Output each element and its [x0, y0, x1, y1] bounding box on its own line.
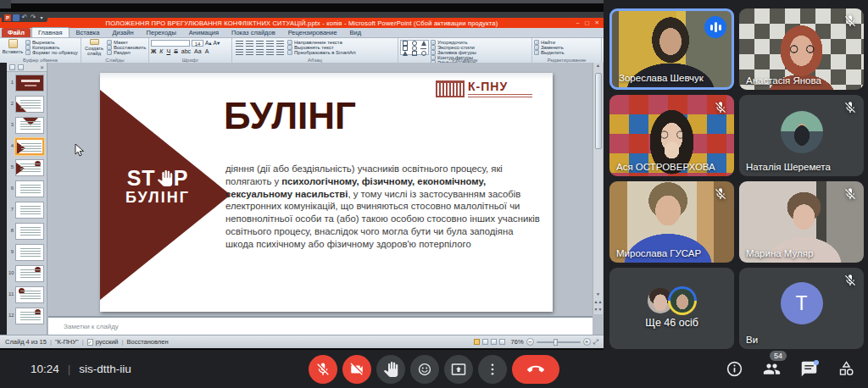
qat-dropdown-icon[interactable]: ▾	[38, 14, 45, 21]
slide-thumbnail-11[interactable]	[15, 286, 44, 303]
font-style-icon[interactable]: Ч	[166, 48, 170, 54]
participant-tile[interactable]: TВи	[739, 268, 864, 349]
outline-tab-icon[interactable]	[18, 64, 24, 70]
list-format-icon[interactable]	[256, 41, 264, 47]
scroll-down-icon[interactable]: ▼	[596, 291, 600, 297]
zoom-slider-thumb[interactable]	[554, 339, 558, 346]
zoom-slider[interactable]	[537, 341, 581, 343]
participant-tile[interactable]: Анастасія Янова	[739, 8, 864, 90]
font-size-box[interactable]: 14	[192, 40, 203, 47]
participant-tile[interactable]: Ася ОСТРОВЕРХОВА	[609, 95, 734, 176]
participant-tile[interactable]: Наталія Шеремета	[739, 95, 864, 176]
shape-icon[interactable]	[421, 51, 426, 56]
restore-icon[interactable]: ▢	[584, 19, 589, 26]
slide-thumbnail-3[interactable]	[15, 117, 44, 134]
list-format-icon[interactable]	[276, 49, 284, 55]
zoom-out-icon[interactable]: −	[526, 338, 534, 346]
font-style-icon[interactable]: А	[205, 48, 209, 54]
list-format-icon[interactable]	[276, 41, 284, 47]
small-button-Преобразовать в SmartArt[interactable]: Преобразовать в SmartArt	[287, 50, 356, 55]
zoom-in-icon[interactable]: +	[583, 338, 591, 346]
participant-tile[interactable]: Зореслава Шевчук	[609, 8, 734, 90]
slide-thumbnail-1[interactable]	[15, 75, 44, 91]
status-zoom-cluster[interactable]: 76% − + ⤢	[474, 338, 598, 346]
end-call-button[interactable]	[512, 355, 559, 384]
small-button-Формат по образцу[interactable]: Формат по образцу	[25, 50, 78, 55]
ribbon-tab-вставка[interactable]: Вставка	[70, 28, 106, 37]
present-button[interactable]	[444, 355, 473, 384]
redo-icon[interactable]: ↷	[30, 14, 36, 21]
scrollbar-thumb[interactable]	[595, 73, 602, 149]
slide-thumbnail-5[interactable]	[15, 159, 44, 176]
ribbon-tab-показ слайдов[interactable]: Показ слайдов	[225, 28, 281, 37]
slideshow-icon[interactable]	[499, 339, 505, 345]
close-panel-icon[interactable]: ✕	[40, 64, 44, 70]
participant-tile[interactable]: Ще 46 осіб	[609, 268, 734, 349]
list-format-icon[interactable]	[266, 41, 274, 47]
font-size-step-icon[interactable]: A▾	[214, 40, 220, 47]
ribbon-tab-переходы[interactable]: Переходы	[141, 28, 182, 37]
slide-thumbnail-6[interactable]	[15, 180, 44, 197]
more-options-button[interactable]	[478, 355, 507, 384]
slide-thumbnail-8[interactable]	[15, 223, 44, 240]
font-style-icon[interactable]: abc	[181, 48, 191, 54]
small-button-Выделить[interactable]: Выделить	[534, 50, 565, 55]
vertical-scrollbar[interactable]: ▲ ▼ ▲▲ ▼▼	[593, 63, 603, 314]
font-style-icon[interactable]: S	[174, 48, 178, 54]
font-size-step-icon[interactable]: A▴	[205, 40, 212, 47]
list-format-icon[interactable]	[256, 49, 264, 55]
thumbnail-panel-header[interactable]: ✕	[7, 63, 47, 72]
paragraph-format-icons[interactable]	[234, 39, 286, 56]
shapes-gallery[interactable]	[400, 40, 429, 55]
ppt-title-bar[interactable]: ПОЛОЖЕННЯ ПРО ВРЕГУЛЮВАННЯ КОНФЛІКТНИХ С…	[0, 18, 604, 28]
slide-thumbnail-12[interactable]	[15, 308, 44, 324]
list-format-icon[interactable]	[266, 49, 274, 55]
font-style-icon[interactable]: Aa	[194, 48, 202, 54]
reading-view-icon[interactable]	[491, 339, 497, 345]
list-format-icon[interactable]	[246, 41, 253, 47]
ribbon-tab-дизайн[interactable]: Дизайн	[106, 28, 139, 37]
save-icon[interactable]	[13, 14, 19, 21]
shape-icon[interactable]	[421, 41, 426, 46]
close-icon[interactable]: ✕	[595, 19, 599, 26]
people-button[interactable]: 54	[761, 359, 782, 380]
screen-share-region[interactable]: P ↶ ↷ ▾ ПОЛОЖЕННЯ ПРО ВРЕГУЛЮВАННЯ КОНФЛ…	[0, 0, 604, 350]
notes-pane[interactable]: Заметки к слайду	[48, 316, 593, 335]
slides-tab-icon[interactable]	[9, 64, 15, 70]
window-controls[interactable]: – ▢ ✕	[576, 19, 599, 26]
undo-icon[interactable]: ↶	[21, 14, 28, 21]
shape-icon[interactable]	[403, 51, 408, 56]
ribbon-tab-файл[interactable]: Файл	[2, 28, 31, 37]
list-format-icon[interactable]	[246, 49, 253, 55]
slide-canvas[interactable]: К-ПНУ ST P БУЛІНГ	[100, 73, 553, 312]
slide-sorter-icon[interactable]	[482, 339, 488, 345]
reactions-button[interactable]	[410, 355, 439, 384]
chat-button[interactable]	[798, 359, 819, 380]
font-style-icon[interactable]: К	[159, 48, 163, 54]
quick-access-toolbar[interactable]: P ↶ ↷ ▾	[2, 13, 47, 22]
minimize-icon[interactable]: –	[576, 19, 580, 26]
slide-thumbnail-2[interactable]	[15, 96, 44, 113]
scroll-up-icon[interactable]: ▲	[596, 63, 600, 68]
slide-thumbnail-panel[interactable]: ✕ 123456789101112	[7, 63, 47, 335]
ribbon-tab-рецензирование[interactable]: Рецензирование	[282, 28, 343, 37]
mic-off-button[interactable]	[309, 355, 337, 384]
big-button-Создать слайд[interactable]: Создать слайд	[83, 39, 105, 56]
slide-thumbnail-9[interactable]	[15, 244, 44, 261]
small-button-Раздел[interactable]: Раздел	[107, 50, 146, 55]
list-format-icon[interactable]	[236, 49, 243, 55]
next-slide-icon[interactable]: ▼▼	[594, 307, 603, 312]
slide-thumbnail-10[interactable]	[15, 265, 44, 282]
participant-tile[interactable]: Мирослава ГУСАР	[609, 181, 734, 263]
ribbon-tab-главная[interactable]: Главная	[31, 27, 70, 37]
font-style-icon[interactable]: Ж	[151, 48, 156, 54]
list-format-icon[interactable]	[236, 41, 243, 47]
shape-icon[interactable]	[420, 48, 426, 49]
ribbon-tab-вид[interactable]: Вид	[344, 28, 368, 37]
ribbon-tab-анимация[interactable]: Анимация	[183, 28, 225, 37]
activities-button[interactable]	[836, 359, 856, 380]
big-button-Вставить[interactable]: Вставить	[2, 39, 24, 56]
meeting-details-button[interactable]	[724, 359, 744, 380]
shape-icon[interactable]	[412, 51, 417, 56]
fit-to-window-icon[interactable]: ⤢	[593, 338, 598, 346]
